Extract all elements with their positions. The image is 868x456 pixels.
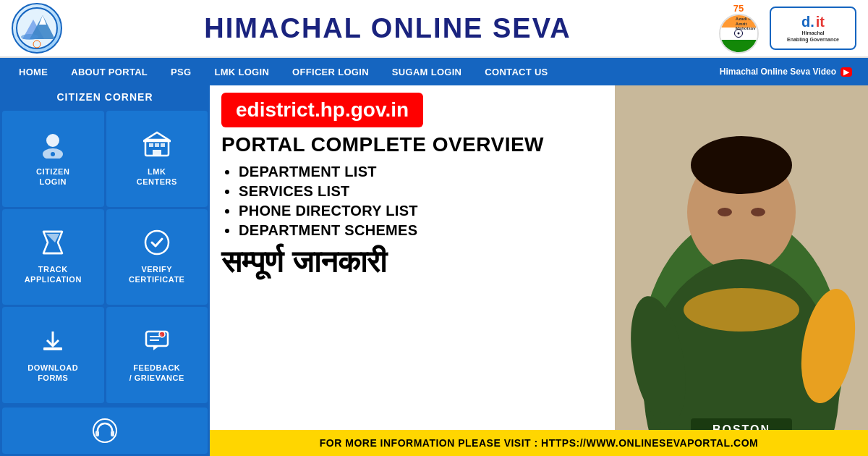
- nav-sugam-login[interactable]: SUGAM LOGIN: [380, 58, 473, 85]
- main-content: CITIZEN CORNER CITIZENLOGIN: [0, 85, 868, 456]
- footer-banner[interactable]: FOR MORE INFORMATION PLEASE VISIT : HTTP…: [210, 430, 868, 456]
- nav-video-link[interactable]: Himachal Online Seva Video ▶: [711, 67, 861, 77]
- verify-certificate-label: VERIFYCERTIFICATE: [129, 264, 184, 285]
- list-item-phone: PHONE DIRECTORY LIST: [239, 203, 856, 219]
- sidebar-item-verify-certificate[interactable]: VERIFYCERTIFICATE: [106, 209, 208, 305]
- svg-text:!: !: [160, 333, 161, 337]
- svg-point-40: [684, 288, 799, 332]
- feedback-icon: !: [143, 327, 171, 358]
- sidebar-item-download-forms[interactable]: DOWNLOADFORMS: [2, 307, 104, 403]
- sidebar-item-citizen-login[interactable]: CITIZENLOGIN: [2, 111, 104, 207]
- svg-rect-29: [111, 431, 114, 436]
- nav-psg[interactable]: PSG: [159, 58, 203, 85]
- sidebar-item-lmk-centers[interactable]: LMKCENTERS: [106, 111, 208, 207]
- nav-contact-us[interactable]: CONTACT US: [473, 58, 559, 85]
- dit-logo: d. it HimachalEnabling Governance: [770, 7, 856, 50]
- feedback-label: FEEDBACK/ GRIEVANCE: [129, 363, 184, 384]
- hp-logo: [12, 3, 62, 54]
- citizen-login-label: CITIZENLOGIN: [36, 166, 69, 187]
- track-app-icon: [39, 229, 67, 260]
- list-item-schemes: DEPARTMENT SCHEMES: [239, 222, 856, 239]
- verify-cert-icon: [143, 229, 171, 260]
- list-item-dept: DEPARTMENT LIST: [239, 164, 856, 180]
- overview-title: PORTAL COMPLETE OVERVIEW: [221, 133, 856, 156]
- site-title: HIMACHAL ONLINE SEVA: [62, 13, 713, 44]
- main-nav: HOME ABOUT PORTAL PSG LMK LOGIN OFFICER …: [0, 58, 868, 85]
- main-content-area: BOSTON edistrict.hp.gov.in PORTAL COMPLE…: [210, 85, 868, 456]
- list-item-services: SERVICES LIST: [239, 183, 856, 200]
- svg-rect-12: [161, 143, 165, 147]
- download-forms-label: DOWNLOADFORMS: [27, 363, 78, 384]
- citizen-icon: [39, 131, 67, 162]
- sidebar: CITIZEN CORNER CITIZENLOGIN: [0, 85, 210, 456]
- lmk-centers-label: LMKCENTERS: [137, 166, 177, 187]
- nav-home[interactable]: HOME: [7, 58, 59, 85]
- svg-rect-10: [149, 143, 153, 147]
- sidebar-item-help[interactable]: [2, 408, 208, 454]
- svg-rect-20: [43, 347, 62, 350]
- svg-rect-11: [155, 143, 159, 147]
- youtube-icon: ▶: [841, 67, 852, 77]
- header-badges: 75 Azadi KaAmritMahotsav d. it HimachalE…: [713, 3, 856, 54]
- svg-point-4: [21, 34, 38, 40]
- sidebar-item-feedback-grievance[interactable]: ! FEEDBACK/ GRIEVANCE: [106, 307, 208, 403]
- lmk-centers-icon: [143, 131, 171, 162]
- sidebar-grid: CITIZENLOGIN LMKCENTERS: [0, 109, 210, 405]
- svg-point-19: [145, 231, 169, 254]
- nav-officer-login[interactable]: OFFICER LOGIN: [281, 58, 380, 85]
- nav-about[interactable]: ABOUT PORTAL: [59, 58, 159, 85]
- download-forms-icon: [39, 327, 67, 358]
- help-icon: [92, 418, 118, 444]
- nav-video-label: Himachal Online Seva Video: [720, 67, 836, 77]
- content-inner: edistrict.hp.gov.in PORTAL COMPLETE OVER…: [210, 85, 868, 287]
- sidebar-item-track-application[interactable]: TRACKAPPLICATION: [2, 209, 104, 305]
- nav-lmk-login[interactable]: LMK LOGIN: [203, 58, 281, 85]
- hindi-sampoorna: सम्पूर्ण जानकारी: [221, 245, 856, 279]
- track-application-label: TRACKAPPLICATION: [25, 264, 82, 285]
- svg-rect-13: [153, 150, 161, 156]
- edistrict-banner[interactable]: edistrict.hp.gov.in: [221, 93, 423, 127]
- svg-marker-18: [46, 234, 59, 242]
- overview-list: DEPARTMENT LIST SERVICES LIST PHONE DIRE…: [221, 164, 856, 239]
- svg-point-8: [51, 152, 55, 156]
- citizen-corner-heading: CITIZEN CORNER: [0, 85, 210, 109]
- page-header: HIMACHAL ONLINE SEVA 75 Azadi KaAmritMah…: [0, 0, 868, 58]
- svg-rect-28: [95, 431, 99, 436]
- svg-point-6: [46, 134, 59, 147]
